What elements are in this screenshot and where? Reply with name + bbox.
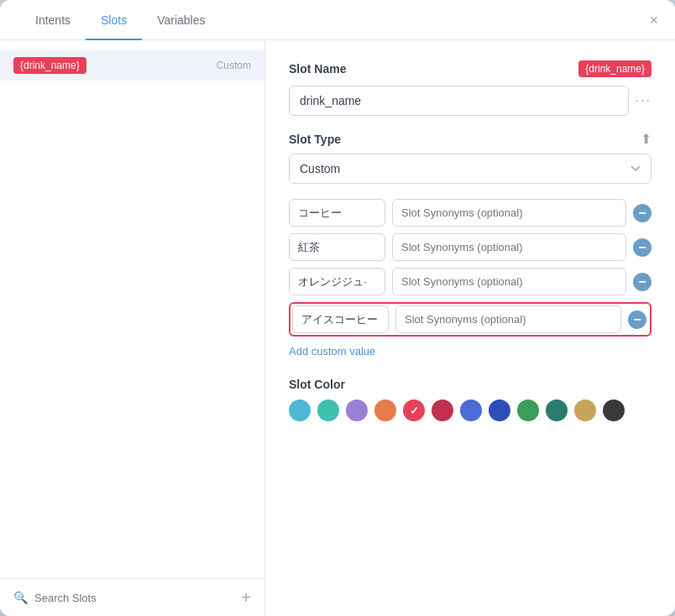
slot-name-input[interactable] <box>289 86 629 116</box>
color-circle-6[interactable] <box>432 399 453 421</box>
remove-button-1[interactable] <box>633 204 651 222</box>
color-circle-9[interactable] <box>517 399 539 421</box>
add-custom-value-link[interactable]: Add custom value <box>289 345 375 358</box>
slot-color-section: Slot Color <box>289 378 651 421</box>
synonym-input-2[interactable] <box>392 233 626 261</box>
slot-type-section: Slot Type ⬆ Custom Text Number Boolean D… <box>289 131 651 184</box>
slot-name-header: Slot Name {drink_name} <box>289 60 651 77</box>
value-row-2 <box>289 233 651 261</box>
color-circle-4[interactable] <box>374 399 396 421</box>
tab-slots[interactable]: Slots <box>86 0 142 40</box>
slot-name-row: ··· <box>289 86 651 116</box>
slot-type-header: Slot Type ⬆ <box>289 131 651 147</box>
remove-button-3[interactable] <box>633 273 651 291</box>
synonym-input-1[interactable] <box>392 199 626 227</box>
modal: Intents Slots Variables × {drink_name} C… <box>0 0 675 616</box>
search-icon: 🔍 <box>13 591 28 604</box>
tab-intents[interactable]: Intents <box>20 0 86 40</box>
color-circle-3[interactable] <box>346 399 368 421</box>
upload-icon[interactable]: ⬆ <box>641 131 651 147</box>
slot-type-select[interactable]: Custom Text Number Boolean Date <box>289 154 651 184</box>
value-rows <box>289 199 651 337</box>
add-slot-button[interactable]: + <box>241 589 251 606</box>
value-row-1 <box>289 199 651 227</box>
color-circle-8[interactable] <box>489 399 510 421</box>
close-button[interactable]: × <box>649 13 658 28</box>
modal-body: {drink_name} Custom 🔍 + Slot Name {drink… <box>0 40 675 616</box>
slot-name-badge: {drink_name} <box>578 60 651 77</box>
value-input-1[interactable] <box>289 199 385 227</box>
main-content: Slot Name {drink_name} ··· Slot Type ⬆ C… <box>265 40 675 616</box>
value-row-4 <box>289 302 651 337</box>
slot-type-label: Slot Type <box>289 133 341 146</box>
remove-button-2[interactable] <box>633 238 651 257</box>
slot-color-label: Slot Color <box>289 378 345 391</box>
synonym-input-4[interactable] <box>395 305 621 333</box>
synonym-input-3[interactable] <box>392 268 626 295</box>
value-input-2[interactable] <box>289 233 385 261</box>
color-circle-11[interactable] <box>574 399 596 421</box>
slot-tag: {drink_name} <box>13 57 86 74</box>
tab-variables[interactable]: Variables <box>142 0 220 40</box>
value-input-4[interactable] <box>292 305 389 333</box>
color-circle-10[interactable] <box>546 399 568 421</box>
slot-type-label-sidebar: Custom <box>217 60 251 71</box>
slot-name-label: Slot Name <box>289 62 346 76</box>
value-input-3[interactable] <box>289 268 385 295</box>
sidebar-footer: 🔍 + <box>0 578 264 616</box>
color-circle-2[interactable] <box>317 399 339 421</box>
value-row-3 <box>289 268 651 295</box>
color-circle-1[interactable] <box>289 399 311 421</box>
color-circle-5[interactable] <box>403 399 425 421</box>
modal-header: Intents Slots Variables × <box>0 0 675 40</box>
color-circle-7[interactable] <box>460 399 482 421</box>
color-circles <box>289 399 651 421</box>
remove-button-4[interactable] <box>628 311 646 329</box>
sidebar: {drink_name} Custom 🔍 + <box>0 40 265 616</box>
search-slots-input[interactable] <box>34 592 234 604</box>
color-circle-12[interactable] <box>603 399 625 421</box>
more-button[interactable]: ··· <box>636 93 651 108</box>
sidebar-list: {drink_name} Custom <box>0 40 264 578</box>
sidebar-item-drink-name[interactable]: {drink_name} Custom <box>0 50 264 81</box>
